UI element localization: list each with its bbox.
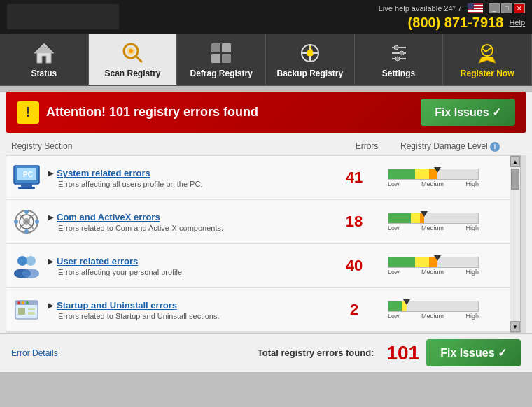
- register-icon: [475, 41, 500, 66]
- user-row-content: ▶ User related errors Errors affecting y…: [48, 256, 326, 276]
- com-activex-damage-bar: [388, 213, 479, 224]
- attention-left: ! Attention! 101 registry errors found: [17, 101, 258, 124]
- top-right-section: Live help available 24* 7 _ □ ✕ (800) 87…: [379, 3, 525, 31]
- svg-point-53: [18, 301, 20, 304]
- startup-row-desc: Errors related to Startup and Uninstall …: [58, 312, 326, 320]
- tab-scan-registry[interactable]: Scan Registry: [89, 34, 178, 85]
- app-logo: [7, 4, 119, 29]
- warning-icon: !: [17, 101, 39, 124]
- fix-issues-button-top[interactable]: Fix Issues ✓: [421, 99, 515, 126]
- startup-row-errors: 2: [326, 301, 382, 319]
- minimize-button[interactable]: _: [489, 3, 500, 13]
- svg-point-24: [394, 45, 398, 50]
- svg-point-45: [26, 256, 36, 266]
- footer-right: Total registry errors found: 101 Fix Iss…: [258, 339, 521, 366]
- startup-row-title[interactable]: Startup and Uninstall errors: [57, 300, 177, 310]
- com-activex-row-desc: Errors related to Com and Active-X compo…: [58, 224, 326, 232]
- startup-row-content: ▶ Startup and Uninstall errors Errors re…: [48, 300, 326, 320]
- main-content: ! Attention! 101 registry errors found F…: [0, 92, 532, 372]
- tab-register-now[interactable]: Register Now: [443, 34, 532, 85]
- user-damage-bar: [388, 257, 479, 268]
- system-row-content: ▶ System related errors Errors affecting…: [48, 168, 326, 188]
- user-icon: [12, 251, 41, 280]
- com-activex-damage-labels: Low Medium High: [388, 224, 479, 231]
- attention-banner: ! Attention! 101 registry errors found F…: [6, 92, 526, 133]
- svg-line-28: [483, 49, 486, 52]
- startup-damage-marker: [403, 299, 410, 305]
- svg-point-47: [22, 269, 39, 278]
- top-bar: Live help available 24* 7 _ □ ✕ (800) 87…: [0, 0, 532, 34]
- svg-text:PC: PC: [23, 171, 33, 178]
- svg-point-55: [26, 301, 29, 304]
- settings-icon: [386, 41, 412, 66]
- tab-register-now-label: Register Now: [461, 69, 514, 78]
- tab-status[interactable]: Status: [0, 34, 89, 85]
- table-container: PC ▶ System related errors Errors affect…: [6, 155, 526, 333]
- tab-settings-label: Settings: [382, 69, 415, 78]
- svg-rect-3: [468, 10, 483, 12]
- table-row[interactable]: ▶ User related errors Errors affecting y…: [6, 244, 514, 288]
- svg-rect-4: [468, 3, 474, 9]
- fix-issues-label-bottom: Fix Issues ✓: [440, 346, 507, 359]
- maximize-button[interactable]: □: [501, 3, 512, 13]
- svg-line-29: [486, 48, 491, 52]
- nav-tabs: Status Scan Registry Defrag Registry: [0, 34, 532, 86]
- registry-table: PC ▶ System related errors Errors affect…: [6, 155, 526, 333]
- tab-settings[interactable]: Settings: [355, 34, 444, 85]
- svg-point-40: [24, 210, 29, 214]
- tab-defrag-registry-label: Defrag Registry: [190, 69, 252, 78]
- total-errors-label: Total registry errors found:: [258, 348, 374, 358]
- user-row-damage: Low Medium High: [382, 257, 508, 276]
- system-row-title[interactable]: System related errors: [57, 168, 150, 178]
- svg-rect-12: [222, 43, 231, 52]
- expand-arrow-user[interactable]: ▶: [48, 257, 54, 265]
- user-damage-marker: [434, 255, 441, 261]
- fix-issues-button-bottom[interactable]: Fix Issues ✓: [426, 339, 521, 366]
- close-button[interactable]: ✕: [514, 3, 525, 13]
- table-row[interactable]: ▶ Startup and Uninstall errors Errors re…: [6, 288, 514, 332]
- col-errors-header: Errors: [339, 141, 395, 152]
- tab-backup-registry-label: Backup Registry: [277, 69, 344, 78]
- defrag-icon: [209, 41, 234, 66]
- scrollbar-up-button[interactable]: ▲: [510, 156, 520, 167]
- scan-icon: [120, 41, 146, 66]
- scrollbar-thumb[interactable]: [511, 169, 519, 190]
- table-row[interactable]: PC ▶ System related errors Errors affect…: [6, 156, 514, 200]
- system-row-errors: 41: [326, 169, 382, 187]
- tab-backup-registry[interactable]: Backup Registry: [266, 34, 355, 85]
- expand-arrow-com[interactable]: ▶: [48, 213, 54, 221]
- table-row[interactable]: ▶ Com and ActiveX errors Errors related …: [6, 200, 514, 244]
- svg-line-9: [136, 56, 141, 62]
- svg-rect-51: [28, 308, 35, 310]
- scrollbar-track: [510, 167, 520, 321]
- com-activex-icon: [12, 207, 41, 236]
- footer: Error Details Total registry errors foun…: [0, 333, 532, 372]
- system-damage-marker: [434, 167, 441, 173]
- expand-arrow-system[interactable]: ▶: [48, 169, 54, 177]
- live-help-text: Live help available 24* 7: [379, 4, 462, 13]
- error-details-link[interactable]: Error Details: [11, 348, 58, 358]
- scrollbar-down-button[interactable]: ▼: [510, 321, 520, 332]
- table-header: Registry Section Errors Registry Damage …: [0, 138, 532, 155]
- svg-rect-13: [211, 54, 220, 63]
- warning-symbol: !: [26, 104, 31, 120]
- help-link[interactable]: Help: [509, 18, 525, 27]
- col-damage-header: Registry Damage Level i: [395, 141, 521, 152]
- info-icon[interactable]: i: [490, 142, 500, 152]
- com-activex-row-title[interactable]: Com and ActiveX errors: [57, 212, 160, 222]
- col-section-header: Registry Section: [11, 141, 339, 152]
- user-row-title[interactable]: User related errors: [57, 256, 138, 266]
- svg-point-43: [14, 220, 18, 224]
- svg-point-26: [396, 57, 400, 61]
- tab-scan-registry-label: Scan Registry: [104, 69, 160, 78]
- com-activex-row-content: ▶ Com and ActiveX errors Errors related …: [48, 212, 326, 232]
- tab-defrag-registry[interactable]: Defrag Registry: [177, 34, 266, 85]
- svg-rect-52: [28, 312, 35, 315]
- backup-icon: [298, 41, 323, 66]
- expand-arrow-startup[interactable]: ▶: [48, 301, 54, 309]
- svg-point-44: [18, 256, 27, 266]
- system-damage-labels: Low Medium High: [388, 180, 479, 187]
- svg-point-25: [400, 51, 404, 55]
- startup-icon: [12, 295, 41, 324]
- system-damage-bar: [388, 169, 479, 180]
